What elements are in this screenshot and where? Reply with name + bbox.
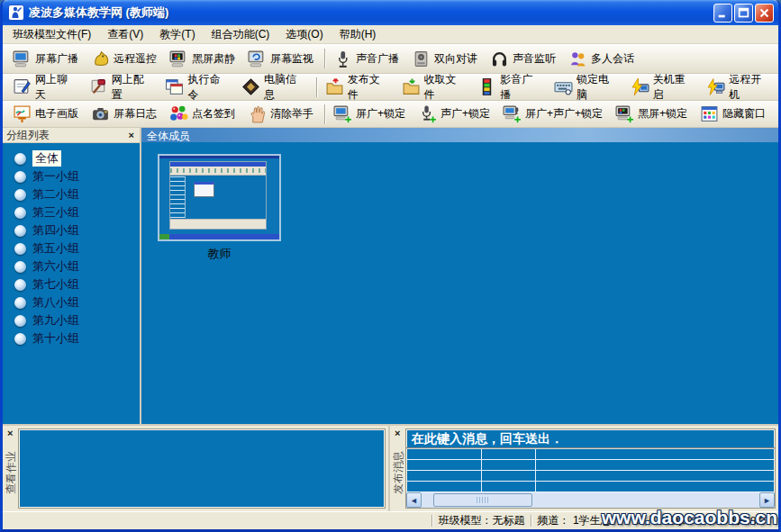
statusbar-divider bbox=[431, 515, 433, 527]
sidebar-item-group-2[interactable]: 第二小组 bbox=[3, 185, 140, 203]
group-ball-icon bbox=[14, 261, 26, 273]
message-close-icon[interactable]: × bbox=[393, 428, 402, 438]
pc-info-icon bbox=[241, 77, 260, 96]
toolbar-button-screen-broadcast[interactable]: 屏幕广播 bbox=[8, 48, 86, 70]
toolbar-button-pc-info[interactable]: 电脑信息 bbox=[237, 70, 313, 104]
toolbar-button-two-way-talk[interactable]: 双向对讲 bbox=[407, 48, 486, 70]
message-input[interactable]: 在此键入消息，回车送出． bbox=[406, 429, 775, 449]
toolbar-button-send-files[interactable]: 发布文件 bbox=[321, 70, 397, 104]
message-table-row bbox=[406, 449, 775, 460]
horizontal-scrollbar[interactable]: ◄ ► bbox=[406, 492, 775, 508]
message-table-cell bbox=[482, 482, 536, 491]
toolbar-button-screen-log[interactable]: 屏幕日志 bbox=[86, 103, 165, 125]
black-screen-icon bbox=[169, 50, 188, 68]
menu-item-5[interactable]: 帮助(H) bbox=[331, 25, 385, 44]
toolbar-button-clear-hands[interactable]: 清除举手 bbox=[243, 103, 322, 125]
toolbar-button-label: 双向对讲 bbox=[434, 51, 477, 67]
homework-panel-label: 查看作业 bbox=[3, 451, 18, 494]
sidebar-item-group-10[interactable]: 第十小组 bbox=[3, 329, 140, 347]
sidebar-item-group-8[interactable]: 第八小组 bbox=[3, 293, 140, 311]
message-table-cell bbox=[536, 449, 775, 459]
menu-item-0[interactable]: 班级模型文件(F) bbox=[5, 25, 99, 44]
close-button[interactable] bbox=[755, 4, 774, 23]
toolbar-button-net-config[interactable]: 网上配置 bbox=[85, 70, 161, 104]
sidebar-item-group-3[interactable]: 第三小组 bbox=[3, 203, 140, 221]
toolbar-button-multi-chat[interactable]: 多人会话 bbox=[564, 48, 642, 70]
screen-voice-lock-combo-icon bbox=[503, 104, 522, 123]
toolbar-button-label: 收取文件 bbox=[424, 72, 466, 103]
group-label: 第八小组 bbox=[32, 294, 79, 311]
toolbar-button-remote-boot[interactable]: 远程开机 bbox=[702, 70, 778, 104]
toolbar-button-label: 屏广+声广+锁定 bbox=[525, 106, 603, 122]
statusbar-divider bbox=[531, 515, 532, 527]
message-table-cell bbox=[482, 449, 536, 459]
remote-boot-icon bbox=[706, 77, 725, 96]
message-table-row bbox=[406, 460, 775, 471]
toolbar-separator bbox=[316, 77, 318, 97]
message-panel-strip: × 发布消息 bbox=[390, 426, 405, 511]
toolbar-button-label: 屏幕广播 bbox=[35, 51, 78, 67]
black-screen-lock-combo-icon bbox=[615, 104, 634, 123]
toolbar-button-label: 网上配置 bbox=[112, 72, 153, 103]
homework-panel-strip: × 查看作业 bbox=[3, 426, 18, 511]
toolbar-button-e-board[interactable]: 电子画版 bbox=[8, 103, 86, 125]
message-table-cell bbox=[482, 471, 536, 481]
sidebar-item-group-0[interactable]: 全体 bbox=[3, 149, 140, 167]
menu-item-1[interactable]: 查看(V) bbox=[99, 25, 151, 44]
message-table-cell bbox=[536, 482, 775, 491]
group-label: 第十小组 bbox=[32, 330, 79, 347]
menu-item-2[interactable]: 教学(T) bbox=[151, 25, 203, 44]
toolbar-button-net-chat[interactable]: 网上聊天 bbox=[8, 70, 85, 104]
maximize-button[interactable] bbox=[734, 4, 753, 23]
toolbar-button-screen-lock-combo[interactable]: 屏广+锁定 bbox=[329, 103, 413, 125]
sidebar-item-group-7[interactable]: 第七小组 bbox=[3, 275, 140, 293]
toolbar-button-black-screen[interactable]: 黑屏肃静 bbox=[165, 48, 243, 70]
toolbar-button-screen-monitor[interactable]: 屏幕监视 bbox=[243, 48, 322, 70]
homework-close-icon[interactable]: × bbox=[5, 428, 14, 438]
sidebar-item-group-5[interactable]: 第五小组 bbox=[3, 239, 140, 257]
toolbars: 屏幕广播远程遥控黑屏肃静屏幕监视声音广播双向对讲声音监听多人会话网上聊天网上配置… bbox=[3, 44, 778, 128]
group-ball-icon bbox=[14, 189, 26, 201]
voice-lock-combo-icon bbox=[418, 104, 437, 123]
toolbar-button-voice-monitor[interactable]: 声音监听 bbox=[486, 48, 564, 70]
toolbar-button-label: 隐藏窗口 bbox=[722, 106, 766, 122]
teacher-screen-preview[interactable] bbox=[158, 154, 281, 241]
toolbar-button-voice-lock-combo[interactable]: 声广+锁定 bbox=[413, 103, 498, 125]
sidebar-item-group-6[interactable]: 第六小组 bbox=[3, 257, 140, 275]
members-header: 全体成员 bbox=[141, 128, 778, 142]
group-ball-icon bbox=[14, 297, 26, 309]
toolbar-row-3: 电子画版屏幕日志点名签到清除举手屏广+锁定声广+锁定屏广+声广+锁定黑屏+锁定隐… bbox=[3, 101, 778, 128]
scroll-left-icon[interactable]: ◄ bbox=[406, 492, 422, 508]
sidebar-item-group-4[interactable]: 第四小组 bbox=[3, 221, 140, 239]
toolbar-button-av-broadcast[interactable]: 影音广播 bbox=[473, 70, 549, 104]
group-label: 第四小组 bbox=[32, 222, 79, 239]
toolbar-button-black-screen-lock-combo[interactable]: 黑屏+锁定 bbox=[611, 103, 695, 125]
group-list-close-icon[interactable]: × bbox=[127, 131, 136, 140]
sidebar-item-group-1[interactable]: 第一小组 bbox=[3, 167, 140, 185]
toolbar-button-roll-call[interactable]: 点名签到 bbox=[165, 103, 243, 125]
sidebar-item-group-9[interactable]: 第九小组 bbox=[3, 311, 140, 329]
menu-item-4[interactable]: 选项(O) bbox=[277, 25, 331, 44]
toolbar-button-collect-files[interactable]: 收取文件 bbox=[397, 70, 474, 104]
group-list: 全体第一小组第二小组第三小组第四小组第五小组第六小组第七小组第八小组第九小组第十… bbox=[3, 143, 140, 424]
toolbar-button-label: 清除举手 bbox=[270, 106, 313, 122]
toolbar-button-screen-voice-lock-combo[interactable]: 屏广+声广+锁定 bbox=[498, 103, 611, 125]
teacher-thumbnail[interactable]: 教师 bbox=[158, 154, 281, 262]
toolbar-button-shutdown-restart[interactable]: 关机重启 bbox=[626, 70, 703, 104]
net-chat-icon bbox=[13, 77, 32, 96]
toolbar-button-hide-window[interactable]: 隐藏窗口 bbox=[695, 103, 774, 125]
group-ball-icon bbox=[14, 333, 26, 345]
toolbar-button-label: 电子画版 bbox=[35, 106, 78, 122]
toolbar-button-lock-pc[interactable]: 锁定电脑 bbox=[549, 70, 626, 104]
menu-item-3[interactable]: 组合功能(C) bbox=[204, 25, 278, 44]
app-logo-icon bbox=[8, 5, 24, 21]
toolbar-button-remote-control[interactable]: 远程遥控 bbox=[86, 48, 165, 70]
toolbar-button-label: 发布文件 bbox=[348, 72, 389, 103]
toolbar-button-run-command[interactable]: 执行命令 bbox=[160, 70, 237, 104]
scrollbar-thumb[interactable] bbox=[433, 493, 532, 507]
minimize-button[interactable] bbox=[713, 4, 732, 23]
scroll-right-icon[interactable]: ► bbox=[759, 492, 775, 508]
toolbar-button-label: 执行命令 bbox=[187, 72, 229, 103]
toolbar-button-voice-broadcast[interactable]: 声音广播 bbox=[329, 48, 407, 70]
toolbar-button-label: 声音监听 bbox=[513, 51, 556, 67]
